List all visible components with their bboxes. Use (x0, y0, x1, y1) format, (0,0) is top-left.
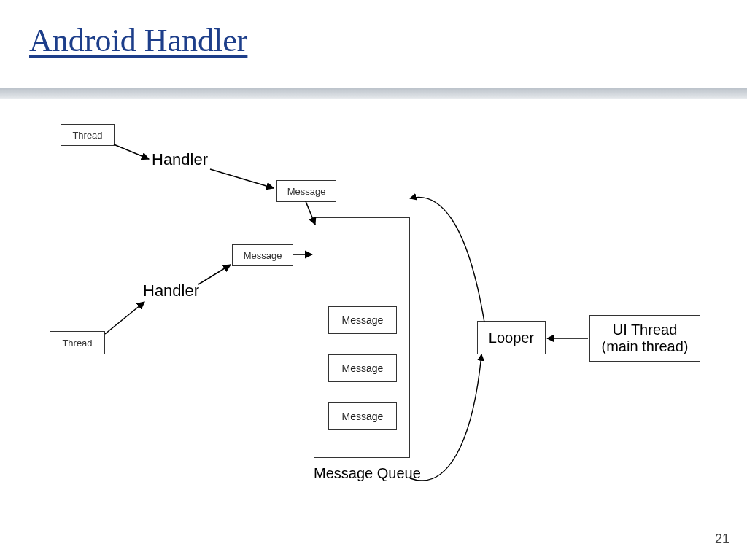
handler-label-2: Handler (143, 281, 199, 300)
ui-thread-line2: (main thread) (602, 338, 689, 355)
message-box-top: Message (276, 180, 336, 202)
message-queue-label: Message Queue (314, 465, 421, 482)
page-number: 21 (715, 532, 729, 547)
thread-box-1: Thread (61, 124, 115, 146)
arrow-thread2-handler2 (105, 302, 144, 334)
slide: Android Handler Thread Handler Message M… (0, 0, 747, 560)
message-q3: Message (328, 402, 397, 430)
message-q1: Message (328, 306, 397, 334)
arrow-thread1-handler1 (114, 144, 149, 159)
arrow-looper-top-arc (410, 197, 484, 322)
arrow-handler2-message (198, 265, 231, 284)
title-divider (0, 88, 747, 99)
message-q2: Message (328, 354, 397, 382)
ui-thread-line1: UI Thread (613, 322, 678, 338)
ui-thread-box: UI Thread (main thread) (589, 315, 700, 362)
arrow-looper-bottom-arc (410, 354, 481, 481)
message-box-left: Message (232, 244, 293, 266)
arrow-handler1-message (210, 169, 274, 188)
looper-box: Looper (477, 321, 546, 354)
thread-box-2: Thread (50, 331, 105, 354)
slide-title: Android Handler (29, 22, 247, 59)
handler-label-1: Handler (152, 150, 208, 169)
